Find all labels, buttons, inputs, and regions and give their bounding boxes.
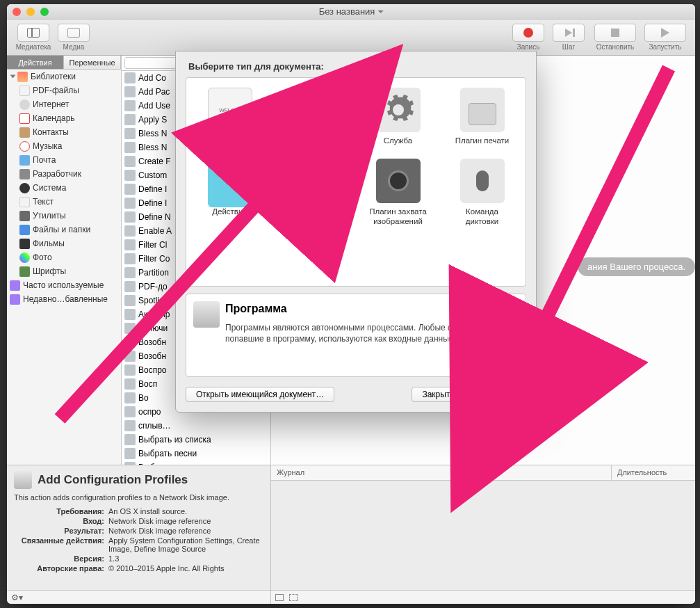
- titlebar: Без названия: [7, 4, 695, 19]
- doc-type-mic[interactable]: Команда диктовки: [441, 156, 523, 231]
- disclosure-icon: [10, 75, 16, 79]
- record-button[interactable]: [512, 24, 544, 42]
- log-body[interactable]: [271, 481, 695, 590]
- library-tree[interactable]: БиблиотекиPDF-файлыИнтернетКалендарьКонт…: [7, 70, 121, 465]
- doc-type-label: Плагин печати: [450, 135, 515, 147]
- automator-icon: [14, 471, 32, 489]
- tab-actions[interactable]: Действия: [7, 56, 64, 69]
- tree-item[interactable]: Утилиты: [7, 209, 121, 223]
- info-title-text: Add Configuration Profiles: [38, 473, 188, 487]
- play-icon: [661, 28, 669, 38]
- tree-label: PDF-файлы: [33, 86, 79, 95]
- tree-root-libraries[interactable]: Библиотеки: [7, 70, 121, 83]
- tree-item[interactable]: Почта: [7, 153, 121, 167]
- toggle-library-button[interactable]: [17, 24, 49, 42]
- log-header: Журнал Длительность: [271, 465, 695, 481]
- window-title[interactable]: Без названия: [319, 6, 384, 17]
- doc-type-label: Процесс: [209, 135, 251, 147]
- toolbar-label: Запустить: [649, 43, 682, 51]
- tree-item[interactable]: Разработчик: [7, 167, 121, 181]
- step-button[interactable]: [553, 24, 585, 42]
- tree-item[interactable]: Текст: [7, 195, 121, 209]
- tree-item[interactable]: Система: [7, 181, 121, 195]
- info-key: Версия:: [14, 554, 104, 563]
- doc-type-gear[interactable]: Служба: [357, 85, 439, 150]
- tree-label: Музыка: [33, 141, 62, 151]
- action-icon: [124, 225, 136, 237]
- run-button[interactable]: [644, 24, 686, 42]
- doc-type-cam[interactable]: Плагин захвата изображений: [357, 156, 439, 231]
- category-icon: [19, 225, 30, 235]
- step-icon: [565, 29, 572, 37]
- tree-item[interactable]: Музыка: [7, 139, 121, 153]
- media-button[interactable]: [58, 24, 90, 42]
- close-button[interactable]: Закрыть: [412, 387, 464, 402]
- action-label: сплыв…: [138, 421, 171, 431]
- log-view-icon[interactable]: [275, 594, 284, 601]
- tree-item[interactable]: Интернет: [7, 97, 121, 111]
- action-icon: [124, 142, 136, 153]
- action-label: Активир: [138, 310, 170, 319]
- zoom-window-button[interactable]: [40, 8, 49, 16]
- info-title: Add Configuration Profiles: [14, 471, 263, 489]
- action-label: Возобн: [138, 337, 166, 347]
- action-icon: [124, 128, 136, 139]
- action-item[interactable]: Выбрать песни: [122, 447, 270, 461]
- canvas-hint: ания Вашего процесса.: [578, 257, 695, 276]
- tab-variables[interactable]: Переменные: [64, 56, 121, 69]
- doc-type-print[interactable]: Плагин печати: [441, 85, 523, 150]
- record-icon: [523, 28, 533, 38]
- tree-item[interactable]: Календарь: [7, 111, 121, 125]
- tree-item-recent[interactable]: Недавно…бавленные: [7, 292, 121, 306]
- toolbar-label: Остановить: [596, 43, 635, 51]
- close-window-button[interactable]: [13, 8, 21, 16]
- action-label: Spotligh: [138, 296, 168, 305]
- action-label: Bless N: [138, 143, 167, 152]
- action-icon: [124, 337, 136, 348]
- tree-item[interactable]: PDF-файлы: [7, 83, 121, 97]
- action-icon: [124, 156, 136, 167]
- tree-item-favorites[interactable]: Часто используемые: [7, 278, 121, 292]
- doc-type-app[interactable]: Программа: [273, 85, 355, 150]
- info-value: 1.3: [108, 554, 263, 563]
- doc-type-wflow[interactable]: Процесс: [189, 85, 270, 150]
- minimize-window-button[interactable]: [26, 8, 35, 16]
- action-item[interactable]: сплыв…: [122, 419, 270, 433]
- action-label: Add Co: [138, 73, 166, 83]
- traffic-lights: [13, 8, 49, 16]
- cam-icon: [376, 159, 421, 203]
- log-view-icon[interactable]: [289, 594, 298, 601]
- log-col-journal[interactable]: Журнал: [271, 465, 612, 480]
- dialog-description: Программа Программы являются автономными…: [186, 294, 526, 377]
- action-label: Custom: [138, 170, 167, 180]
- tree-item[interactable]: Фильмы: [7, 237, 121, 250]
- doc-type-folder[interactable]: Действие: [189, 156, 270, 231]
- category-icon: [19, 239, 30, 249]
- gear-icon: [376, 88, 421, 132]
- log-col-duration[interactable]: Длительность: [612, 465, 695, 480]
- action-item[interactable]: Выбрать из списка: [122, 433, 270, 447]
- action-icon: [124, 323, 136, 334]
- action-icon: [124, 184, 136, 195]
- doc-type-cal[interactable]: Уведомление Календаря: [273, 156, 355, 231]
- tree-item[interactable]: Контакты: [7, 125, 121, 139]
- print-icon: [460, 88, 505, 132]
- category-icon: [19, 253, 30, 263]
- action-icon: [124, 309, 136, 320]
- tree-item[interactable]: Файлы и папки: [7, 223, 121, 237]
- open-existing-button[interactable]: Открыть имеющийся документ…: [186, 387, 334, 402]
- settings-button[interactable]: ⚙︎▾: [11, 593, 23, 602]
- tree-label: Недавно…бавленные: [23, 294, 108, 304]
- smart-folder-icon: [10, 280, 20, 291]
- tree-item[interactable]: Фото: [7, 250, 121, 264]
- media-icon: [67, 28, 80, 38]
- info-value: Network Disk image reference: [108, 527, 263, 535]
- tree-item[interactable]: Шрифты: [7, 264, 121, 278]
- stop-button[interactable]: [594, 24, 636, 42]
- info-key: Результат:: [14, 527, 104, 535]
- tree-label: Библиотеки: [31, 72, 76, 81]
- choose-button[interactable]: Выбрать: [472, 387, 526, 402]
- action-icon: [124, 434, 136, 445]
- action-label: Enable A: [138, 226, 172, 236]
- action-icon: [124, 448, 136, 459]
